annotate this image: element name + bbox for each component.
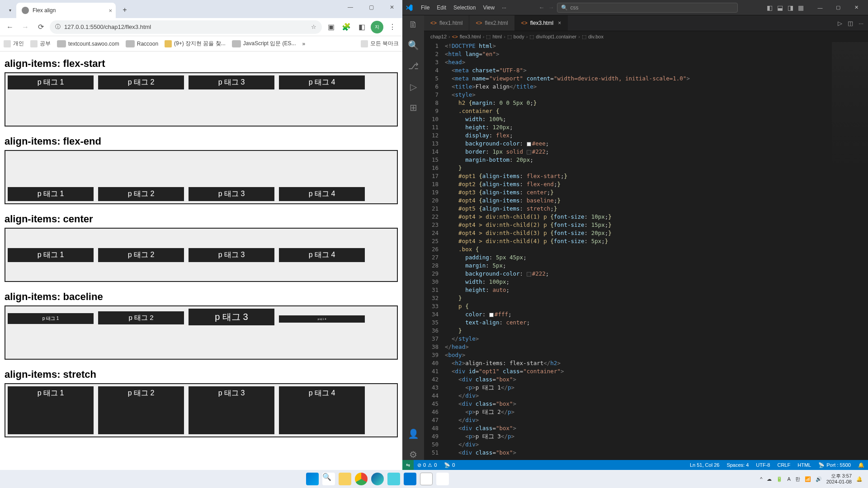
layout-icon[interactable]: ◧: [767, 4, 773, 11]
kebab-menu-icon[interactable]: ⋮: [386, 21, 399, 33]
side-panel-icon[interactable]: ◧: [355, 21, 368, 33]
browser-tab[interactable]: Flex align ×: [16, 3, 116, 18]
minimize-button[interactable]: —: [811, 1, 829, 14]
minimap[interactable]: [832, 42, 868, 460]
editor-tab[interactable]: <>flex1.html: [424, 15, 469, 31]
flex-box: p 태그 3: [189, 187, 274, 201]
bookmarks-bar: 개인 공부 textcount.sawoo.com Raccoon (9+) 장…: [0, 36, 402, 52]
code-editor[interactable]: 1 2 3 4 5 6 7 8 9 10 11 12 13 14 15 16 1…: [424, 42, 868, 460]
search-icon[interactable]: 🔍: [408, 40, 419, 51]
maximize-button[interactable]: ▢: [361, 0, 382, 14]
flex-box: p 태그 1: [8, 248, 94, 262]
layout-icon[interactable]: ⬓: [777, 4, 783, 11]
minimize-button[interactable]: —: [340, 0, 361, 14]
address-bar[interactable]: ⓘ 127.0.0.1:5500/chap12/flex3.html ☆: [50, 20, 322, 34]
clock[interactable]: 오후 3:57 2024-01-08: [826, 473, 852, 485]
section-heading: align-items: flex-start: [5, 58, 398, 70]
section-heading: align-items: flex-end: [5, 136, 398, 147]
menu-view[interactable]: View: [480, 4, 498, 12]
bookmark-item[interactable]: textcount.sawoo.com: [57, 40, 119, 47]
ime-lang[interactable]: 한: [795, 476, 800, 483]
language-mode[interactable]: HTML: [794, 462, 815, 468]
bookmark-item[interactable]: 개인: [4, 40, 24, 47]
flex-box: p 태그 2: [98, 311, 184, 324]
menu-edit[interactable]: Edit: [434, 4, 449, 12]
cursor-position[interactable]: Ln 51, Col 26: [686, 462, 723, 468]
chevron-up-icon[interactable]: ^: [760, 476, 762, 482]
nav-back-icon[interactable]: ←: [539, 4, 545, 11]
indent-indicator[interactable]: Spaces: 4: [723, 462, 752, 468]
reload-button[interactable]: ⟳: [34, 21, 47, 33]
bookmark-item[interactable]: JavaScript 입문 (ES...: [232, 40, 296, 47]
layout-icon[interactable]: ▦: [798, 4, 804, 11]
flex-box: p 태그 2: [98, 75, 184, 89]
problems-indicator[interactable]: ⊘ 0 ⚠ 0: [414, 462, 440, 468]
nav-forward-icon[interactable]: →: [548, 4, 554, 11]
app-icon[interactable]: [387, 473, 400, 485]
profile-avatar[interactable]: 지: [371, 21, 383, 33]
system-tray[interactable]: ^ ☁ 🔋 A 한 📶 🔊 오후 3:57 2024-01-08 🔔: [755, 473, 868, 485]
eol-indicator[interactable]: CRLF: [774, 462, 794, 468]
source-control-icon[interactable]: ⎇: [408, 61, 419, 71]
lens-icon[interactable]: ▣: [325, 21, 337, 33]
encoding-indicator[interactable]: UTF-8: [752, 462, 774, 468]
close-icon[interactable]: ×: [558, 20, 561, 26]
notion-icon[interactable]: [420, 473, 433, 485]
notifications-icon[interactable]: 🔔: [854, 462, 868, 468]
status-bar: ⇋ ⊘ 0 ⚠ 0 📡 0 Ln 51, Col 26 Spaces: 4 UT…: [402, 460, 868, 470]
close-icon[interactable]: ×: [108, 7, 112, 14]
flex-box: p 태그 4: [279, 315, 365, 323]
explorer-icon[interactable]: 🗎: [408, 19, 419, 30]
flex-box: p 태그 2: [98, 386, 184, 434]
forward-button[interactable]: →: [19, 21, 32, 33]
ime-indicator[interactable]: A: [787, 476, 790, 482]
back-button[interactable]: ←: [4, 21, 16, 33]
command-center-search[interactable]: 🔍 css: [557, 3, 738, 13]
wifi-icon[interactable]: 📶: [805, 476, 811, 482]
close-window-button[interactable]: ✕: [382, 0, 402, 14]
slack-icon[interactable]: [436, 473, 449, 485]
notifications-icon[interactable]: 🔔: [856, 476, 863, 482]
menu-file[interactable]: File: [418, 4, 433, 12]
flex-container-opt5: p 태그 1 p 태그 2 p 태그 3 p 태그 4: [5, 383, 398, 437]
run-icon[interactable]: ▷: [838, 20, 842, 27]
extensions-icon[interactable]: ⊞: [408, 102, 419, 113]
search-icon[interactable]: 🔍: [322, 473, 335, 485]
bookmark-overflow[interactable]: »: [302, 41, 306, 47]
bookmark-star-icon[interactable]: ☆: [311, 23, 316, 30]
debug-icon[interactable]: ▷: [408, 81, 419, 92]
tab-search-dropdown[interactable]: ▾: [5, 5, 14, 14]
new-tab-button[interactable]: +: [118, 4, 131, 16]
split-editor-icon[interactable]: ◫: [848, 20, 853, 27]
all-bookmarks[interactable]: 모든 북마크: [361, 40, 399, 47]
bookmark-item[interactable]: Raccoon: [126, 40, 158, 47]
close-button[interactable]: ✕: [847, 1, 865, 14]
flex-box: p 태그 3: [189, 248, 274, 262]
chrome-icon[interactable]: [355, 473, 368, 485]
editor-tab-active[interactable]: <>flex3.html×: [515, 15, 568, 31]
bookmark-item[interactable]: (9+) 장지현 꿈을 찾...: [165, 40, 226, 47]
layout-icon[interactable]: ◨: [788, 4, 793, 11]
breadcrumb[interactable]: chap12› <> flex3.html› ⬚ html› ⬚ body› ⬚…: [424, 31, 868, 42]
onedrive-icon[interactable]: ☁: [767, 476, 772, 482]
extensions-icon[interactable]: 🧩: [340, 21, 353, 33]
start-button[interactable]: [306, 473, 319, 485]
menu-more[interactable]: ···: [499, 4, 509, 12]
flex-container-opt4: p 태그 1 p 태그 2 p 태그 3 p 태그 4: [5, 305, 398, 360]
account-icon[interactable]: 👤: [408, 428, 419, 439]
site-info-icon[interactable]: ⓘ: [55, 23, 61, 31]
maximize-button[interactable]: ▢: [829, 1, 847, 14]
live-server-indicator[interactable]: 📡 Port : 5500: [815, 462, 854, 468]
more-icon[interactable]: ···: [859, 20, 863, 27]
editor-tab[interactable]: <>flex2.html: [469, 15, 514, 31]
menu-selection[interactable]: Selection: [450, 4, 479, 12]
remote-indicator[interactable]: ⇋: [402, 460, 414, 470]
battery-icon[interactable]: 🔋: [776, 476, 783, 482]
port-indicator[interactable]: 📡 0: [440, 462, 458, 468]
file-explorer-icon[interactable]: [339, 473, 351, 485]
edge-icon[interactable]: [371, 473, 384, 485]
bookmark-item[interactable]: 공부: [30, 40, 51, 47]
gear-icon[interactable]: ⚙: [408, 449, 419, 460]
volume-icon[interactable]: 🔊: [816, 476, 822, 482]
vscode-icon[interactable]: [404, 473, 416, 485]
